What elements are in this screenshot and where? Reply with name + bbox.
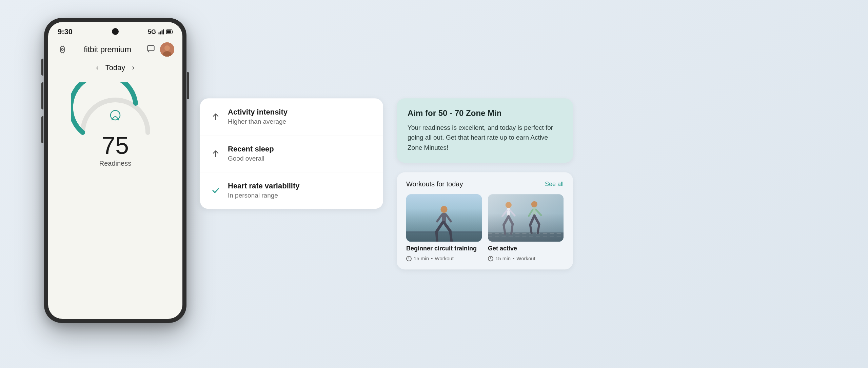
workout-bg-1	[406, 195, 482, 242]
see-all-button[interactable]: See all	[545, 181, 564, 188]
hrv-metric-text: Heart rate variability In personal range	[228, 182, 300, 199]
power-button	[187, 72, 189, 99]
lunge-figure-svg	[406, 195, 482, 242]
readiness-gauge-svg	[71, 82, 159, 137]
svg-rect-13	[147, 45, 154, 50]
metric-item-hrv[interactable]: Heart rate variability In personal range	[200, 172, 383, 209]
front-camera	[112, 28, 119, 35]
svg-line-46	[530, 216, 534, 225]
date-navigation: ‹ Today ›	[48, 61, 182, 79]
svg-rect-33	[488, 232, 564, 242]
sleep-arrow-icon	[210, 148, 221, 159]
phone-screen: 9:30 5G	[48, 22, 182, 319]
metrics-card: Activity intensity Higher than average R…	[200, 98, 383, 209]
svg-rect-37	[507, 208, 510, 216]
svg-rect-32	[488, 195, 564, 242]
svg-point-36	[506, 202, 512, 208]
activity-metric-text: Activity intensity Higher than average	[228, 108, 288, 125]
svg-line-8	[61, 46, 62, 47]
gauge-fill	[71, 82, 136, 132]
workout-image-2	[488, 195, 564, 242]
right-column: Aim for 50 - 70 Zone Min Your readiness …	[397, 98, 573, 269]
activity-subtitle: Higher than average	[228, 118, 288, 125]
svg-rect-21	[406, 195, 482, 242]
workout-type-1: Workout	[435, 256, 454, 262]
svg-line-26	[444, 223, 450, 231]
svg-point-44	[531, 201, 537, 207]
aim-card: Aim for 50 - 70 Zone Min Your readiness …	[397, 98, 573, 163]
svg-rect-5	[167, 30, 171, 33]
svg-line-49	[538, 224, 539, 233]
svg-line-48	[534, 216, 539, 224]
workout-bg-2	[488, 195, 564, 242]
workout-item-2[interactable]: Get active 15 min • Workout	[488, 195, 564, 262]
workout-name-2: Get active	[488, 245, 564, 252]
svg-rect-7	[60, 47, 64, 52]
battery-icon	[166, 29, 173, 34]
date-label: Today	[105, 63, 125, 72]
metric-item-sleep[interactable]: Recent sleep Good overall	[200, 135, 383, 172]
svg-line-27	[450, 231, 452, 241]
svg-line-11	[63, 52, 64, 53]
svg-rect-6	[172, 31, 173, 33]
workout-item-1[interactable]: Beginner circuit training 15 min • Worko…	[406, 195, 482, 262]
svg-line-40	[509, 217, 513, 224]
messages-icon[interactable]	[146, 44, 155, 55]
sleep-title: Recent sleep	[228, 145, 274, 154]
readiness-score: 75	[102, 133, 129, 158]
avatar[interactable]	[160, 42, 174, 57]
status-icons: 5G	[148, 28, 173, 36]
app-title: fitbit premium	[84, 45, 131, 54]
activity-title: Activity intensity	[228, 108, 288, 117]
svg-line-38	[504, 217, 509, 225]
svg-rect-0	[159, 33, 160, 35]
workout-duration-1: 15 min	[414, 256, 429, 262]
app-header: fitbit premium	[48, 39, 182, 61]
clock-icon-2	[488, 256, 493, 261]
device-icon[interactable]	[56, 43, 68, 56]
workout-meta-2: 15 min • Workout	[488, 256, 564, 262]
svg-point-18	[111, 110, 120, 120]
aim-body: Your readiness is excellent, and today i…	[408, 123, 562, 152]
check-icon	[211, 186, 220, 195]
hrv-subtitle: In personal range	[228, 192, 300, 199]
workout-duration-2: 15 min	[495, 256, 511, 262]
readiness-label: Readiness	[99, 160, 132, 167]
aim-title: Aim for 50 - 70 Zone Min	[408, 108, 562, 118]
arrow-up-icon-2	[211, 149, 220, 158]
sleep-subtitle: Good overall	[228, 155, 274, 162]
workouts-header: Workouts for today See all	[406, 181, 564, 188]
clock-icon-1	[406, 256, 412, 261]
running-figure-svg	[488, 195, 564, 242]
svg-point-16	[164, 45, 170, 51]
workouts-card: Workouts for today See all	[397, 172, 573, 270]
message-square-icon	[146, 44, 155, 53]
svg-point-24	[440, 206, 447, 213]
workout-sep-1: •	[431, 256, 433, 262]
header-right	[146, 42, 174, 57]
readiness-gauge-container: 75 Readiness	[48, 79, 182, 174]
prev-date-button[interactable]: ‹	[96, 63, 98, 72]
next-date-button[interactable]: ›	[132, 63, 134, 72]
arrow-up-icon	[211, 112, 220, 121]
svg-line-28	[436, 223, 442, 232]
metric-item-activity[interactable]: Activity intensity Higher than average	[200, 98, 383, 135]
workout-meta-1: 15 min • Workout	[406, 256, 482, 262]
activity-arrow-icon	[210, 111, 221, 122]
signal-icon	[158, 29, 164, 35]
svg-line-47	[530, 225, 532, 233]
svg-line-29	[436, 232, 437, 241]
volume-down-button	[41, 116, 43, 143]
svg-rect-3	[163, 29, 164, 35]
avatar-svg	[160, 42, 174, 57]
svg-rect-2	[162, 30, 163, 35]
svg-rect-23	[406, 231, 482, 232]
svg-point-12	[61, 48, 63, 50]
svg-rect-45	[533, 207, 536, 216]
volume-up-button	[41, 82, 43, 109]
svg-line-39	[504, 225, 505, 234]
smartwatch-icon	[58, 45, 67, 54]
svg-line-31	[446, 215, 451, 222]
svg-line-30	[437, 215, 442, 222]
phone-frame: 9:30 5G	[44, 18, 186, 323]
